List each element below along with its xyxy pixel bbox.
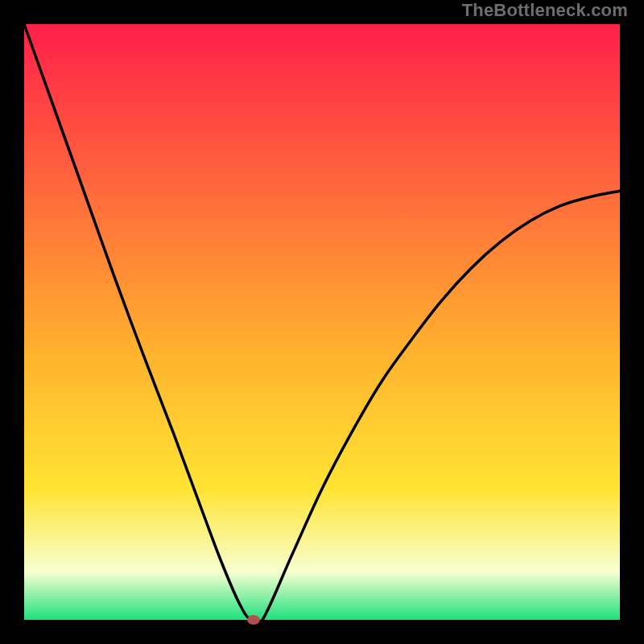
bottleneck-chart-svg bbox=[0, 0, 644, 644]
watermark-text: TheBottleneck.com bbox=[462, 0, 628, 21]
chart-frame: TheBottleneck.com bbox=[0, 0, 644, 644]
plot-background bbox=[24, 24, 620, 620]
optimal-point-marker bbox=[247, 615, 260, 625]
